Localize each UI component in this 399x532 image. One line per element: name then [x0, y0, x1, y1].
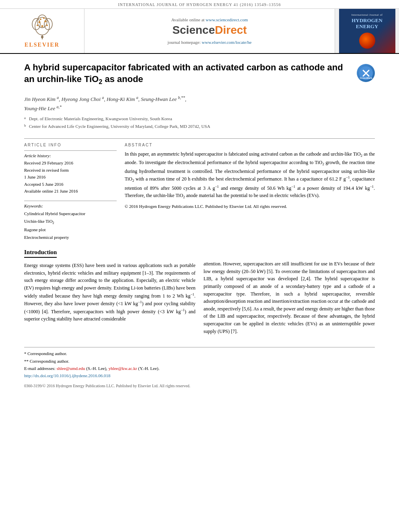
- email-2[interactable]: yhlee@kw.ac.kr: [109, 366, 137, 371]
- authors-list: Jin Hyeon Kim a, Hyeong Jong Choi a, Hon…: [24, 94, 375, 113]
- svg-point-7: [41, 25, 43, 27]
- email-1[interactable]: shlee@umd.edu: [57, 366, 85, 371]
- journal-homepage-url[interactable]: www.elsevier.com/locate/he: [202, 40, 252, 45]
- svg-point-12: [41, 36, 43, 38]
- abstract-column: ABSTRACT In this paper, an asymmetric hy…: [125, 143, 375, 241]
- introduction-right-text: attention. However, supercapacitors are …: [204, 260, 375, 335]
- sciencedirect-logo: ScienceDirect: [172, 24, 247, 37]
- keywords-label: Keywords:: [24, 203, 117, 208]
- email-name-2: (Y.-H. Lee).: [138, 366, 159, 371]
- svg-point-11: [43, 17, 45, 19]
- introduction-left: Introduction Energy storage systems (ESS…: [24, 249, 195, 335]
- email-name-1: (S.-H. Lee),: [86, 366, 107, 371]
- hydrogen-intl-text: International Journal of: [352, 13, 383, 16]
- doi-link-item: http://dx.doi.org/10.1016/j.ijhydene.201…: [24, 373, 375, 379]
- keyword-4: Electrochemical property: [24, 234, 117, 241]
- footnote-corresponding-2: ** Corresponding author.: [24, 358, 375, 364]
- introduction-heading: Introduction: [24, 249, 57, 258]
- abstract-copyright: © 2016 Hydrogen Energy Publications LLC.…: [125, 204, 375, 209]
- info-abstract-section: ARTICLE INFO Article history: Received 2…: [0, 143, 399, 241]
- hydrogen-energy-logo: International Journal of HYDROGENENERGY: [339, 9, 395, 53]
- footnotes-section: * Corresponding author. ** Corresponding…: [24, 347, 375, 379]
- journal-citation: INTERNATIONAL JOURNAL OF HYDROGEN ENERGY…: [118, 2, 281, 7]
- elsevier-tree-icon: [26, 14, 58, 40]
- svg-point-10: [40, 18, 41, 20]
- svg-point-3: [44, 18, 52, 30]
- svg-text:CrossMark: CrossMark: [360, 77, 372, 79]
- svg-point-9: [46, 25, 48, 26]
- journal-center-header: Available online at www.sciencedirect.co…: [84, 9, 335, 53]
- svg-point-8: [37, 25, 38, 26]
- article-title: A hybrid supercapacitor fabricated with …: [24, 62, 349, 86]
- hydrogen-title: HYDROGENENERGY: [352, 18, 383, 29]
- affiliations: a Dept. of Electronic Materials Engineer…: [24, 115, 375, 129]
- email-label: E-mail addresses:: [24, 366, 56, 371]
- journal-header-bar: INTERNATIONAL JOURNAL OF HYDROGEN ENERGY…: [0, 0, 399, 9]
- keywords-box: Keywords: Cylindrical Hybrid Supercapaci…: [24, 201, 117, 241]
- elsevier-logo-section: ELSEVIER: [0, 9, 84, 53]
- separator: [24, 138, 375, 139]
- article-info-heading: ARTICLE INFO: [24, 143, 117, 147]
- journal-homepage-text: journal homepage: www.elsevier.com/locat…: [168, 40, 252, 45]
- abstract-heading: ABSTRACT: [125, 143, 375, 147]
- keyword-1: Cylindrical Hybrid Supercapacitor: [24, 210, 117, 218]
- article-info-column: ARTICLE INFO Article history: Received 2…: [24, 143, 117, 241]
- svg-point-2: [32, 18, 40, 30]
- introduction-section: Introduction Energy storage systems (ESS…: [0, 241, 399, 339]
- hydrogen-graphic: [359, 33, 375, 49]
- revised-date: 1 June 2016: [24, 174, 117, 181]
- introduction-left-text: Energy storage systems (ESS) have been u…: [24, 262, 195, 323]
- elsevier-name: ELSEVIER: [25, 42, 60, 48]
- available-online-text: Available online at www.sciencedirect.co…: [171, 17, 248, 22]
- svg-point-5: [38, 21, 40, 23]
- introduction-two-col: Introduction Energy storage systems (ESS…: [24, 249, 375, 335]
- article-history-label: Article history:: [24, 153, 117, 158]
- footnote-emails: E-mail addresses: shlee@umd.edu (S.-H. L…: [24, 366, 375, 372]
- footnote-corresponding-1: * Corresponding author.: [24, 351, 375, 357]
- accepted-date: Accepted 5 June 2016: [24, 181, 117, 188]
- svg-point-6: [44, 20, 46, 22]
- article-title-section: A hybrid supercapacitor fabricated with …: [0, 54, 399, 90]
- authors-section: Jin Hyeon Kim a, Hyeong Jong Choi a, Hon…: [0, 90, 399, 134]
- received-revised-label: Received in revised form: [24, 167, 117, 174]
- article-history-box: Article history: Received 29 February 20…: [24, 150, 117, 195]
- crossmark-icon: CrossMark: [359, 66, 373, 80]
- introduction-right: attention. However, supercapacitors are …: [204, 249, 375, 335]
- journal-header: ELSEVIER Available online at www.science…: [0, 9, 399, 54]
- elsevier-logo: ELSEVIER: [16, 13, 68, 49]
- affiliation-b: b Center for Advanced Life Cycle Enginee…: [24, 123, 375, 130]
- keyword-2: Urchin-like TiO2: [24, 218, 117, 226]
- bottom-copyright: 0360-3199/© 2016 Hydrogen Energy Publica…: [0, 380, 399, 391]
- crossmark-badge[interactable]: CrossMark: [357, 64, 375, 82]
- affiliation-a: a Dept. of Electronic Materials Engineer…: [24, 115, 375, 122]
- keyword-3: Ragone plot: [24, 226, 117, 234]
- doi-link[interactable]: http://dx.doi.org/10.1016/j.ijhydene.201…: [24, 373, 111, 378]
- received-date: Received 29 February 2016: [24, 160, 117, 167]
- hydrogen-energy-logo-section: International Journal of HYDROGENENERGY: [335, 9, 399, 53]
- available-online-date: Available online 21 June 2016: [24, 188, 117, 195]
- sciencedirect-url[interactable]: www.sciencedirect.com: [206, 17, 248, 22]
- abstract-text: In this paper, an asymmetric hybrid supe…: [125, 150, 375, 201]
